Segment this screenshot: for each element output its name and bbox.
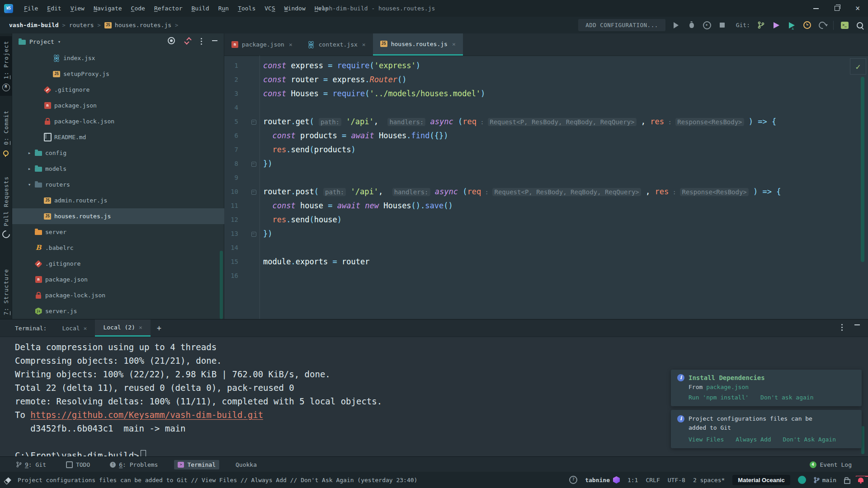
- tool-button-quokka[interactable]: Quokka: [232, 460, 260, 469]
- hide-terminal-icon[interactable]: [854, 324, 860, 325]
- tree-item-server[interactable]: server: [12, 224, 245, 240]
- run-button[interactable]: [672, 21, 681, 30]
- tree-item-admin-router-js[interactable]: JSadmin.router.js: [12, 192, 255, 208]
- menu-view[interactable]: View: [66, 0, 89, 17]
- tab-houses-routes-js[interactable]: JShouses.routes.js×: [373, 33, 463, 56]
- commit-push-button[interactable]: [787, 21, 796, 30]
- notifications-bell-icon[interactable]: [858, 478, 863, 482]
- tree-item-package-json[interactable]: npackage.json: [12, 272, 245, 287]
- restore-button[interactable]: [826, 0, 847, 17]
- tree-item--gitignore[interactable]: .gitignore: [12, 256, 245, 272]
- tree-item-package-lock-json[interactable]: package-lock.json: [12, 287, 245, 303]
- menu-file[interactable]: File: [19, 0, 42, 17]
- notification-action-link[interactable]: Always Add: [736, 436, 771, 443]
- editor-area[interactable]: npackage.json×context.jsx×JShouses.route…: [224, 33, 868, 319]
- write-access-lock-icon[interactable]: [844, 479, 850, 484]
- line-separator[interactable]: CRLF: [646, 477, 660, 483]
- local-history-button[interactable]: [802, 21, 811, 30]
- terminal-options-icon[interactable]: [841, 324, 843, 325]
- fold-marker-icon[interactable]: [251, 190, 256, 195]
- tree-item-server-js[interactable]: jsserver.js: [12, 303, 245, 319]
- tool-button-todo[interactable]: TODO: [62, 460, 94, 469]
- caret-position[interactable]: 1:1: [627, 477, 638, 483]
- terminal-tab-local-2-[interactable]: Local (2)×: [95, 319, 150, 337]
- tree-item-package-json[interactable]: npackage.json: [12, 98, 255, 113]
- editor-scrollbar[interactable]: [861, 77, 864, 262]
- fold-marker-icon[interactable]: [251, 162, 256, 167]
- tree-item--gitignore[interactable]: .gitignore: [12, 82, 255, 98]
- tree-item-readme-md[interactable]: README.md: [12, 129, 255, 145]
- indent-style[interactable]: 2 spaces*: [693, 477, 725, 483]
- menu-tools[interactable]: Tools: [233, 0, 260, 17]
- git-branch-widget[interactable]: main: [814, 477, 836, 483]
- search-everywhere-button[interactable]: [855, 21, 864, 30]
- menu-window[interactable]: Window: [280, 0, 310, 17]
- tool-button-9-git[interactable]: 9: Git: [13, 460, 50, 469]
- material-theme-dot-icon[interactable]: [798, 476, 806, 484]
- close-tab-icon[interactable]: ×: [452, 41, 456, 47]
- tab-context-jsx[interactable]: context.jsx×: [300, 33, 373, 56]
- tree-item--babelrc[interactable]: B.babelrc: [12, 240, 245, 256]
- sidebar-item-0-commit[interactable]: 0: Commit: [0, 106, 12, 162]
- ide-help-icon[interactable]: ?: [569, 476, 577, 484]
- remote-url-link[interactable]: https://github.com/Keysamm/vash-dim-buil…: [30, 410, 263, 420]
- event-log-button[interactable]: 4 Event Log: [810, 461, 852, 468]
- close-tab-icon[interactable]: ×: [289, 41, 292, 48]
- project-scrollbar[interactable]: [220, 251, 223, 319]
- update-project-button[interactable]: [772, 21, 781, 30]
- run-with-coverage-button[interactable]: ▶: [703, 21, 712, 30]
- terminal-scrollbar[interactable]: [861, 426, 864, 454]
- tree-item-models[interactable]: ▸models: [12, 161, 236, 177]
- sidebar-item-1-project[interactable]: 1: ProjectM: [0, 36, 12, 96]
- locate-file-icon[interactable]: [168, 37, 175, 44]
- tree-item-package-lock-json[interactable]: package-lock.json: [12, 113, 255, 129]
- menu-refactor[interactable]: Refactor: [150, 0, 187, 17]
- close-tab-icon[interactable]: ×: [362, 41, 366, 48]
- add-configuration-button[interactable]: ADD CONFIGURATION...: [578, 19, 665, 31]
- notification-action-link[interactable]: View Files: [689, 436, 724, 443]
- close-tab-icon[interactable]: ×: [139, 324, 142, 331]
- sidebar-item-pull-requests[interactable]: Pull Requests: [0, 172, 12, 243]
- tabnine-widget[interactable]: tabnine: [585, 476, 620, 483]
- git-branch-button[interactable]: [756, 21, 765, 30]
- debug-button[interactable]: [687, 21, 696, 30]
- project-panel-header[interactable]: Project ▾: [12, 33, 224, 50]
- theme-widget[interactable]: Material Oceanic: [732, 475, 790, 485]
- tool-button-terminal[interactable]: >Terminal: [174, 460, 219, 469]
- tree-item-routers[interactable]: ▾routers: [12, 177, 236, 192]
- menu-vcs[interactable]: VCS: [260, 0, 279, 17]
- notification-action-link[interactable]: Don't ask again: [760, 394, 813, 401]
- breadcrumb-item[interactable]: houses.routes.js: [115, 22, 171, 28]
- minimize-button[interactable]: [806, 0, 826, 17]
- menu-run[interactable]: Run: [214, 0, 233, 17]
- notification-action-link[interactable]: Run 'npm install': [689, 394, 749, 401]
- fold-marker-icon[interactable]: [251, 120, 256, 125]
- close-button[interactable]: ×: [847, 0, 868, 17]
- stop-button[interactable]: [718, 21, 727, 30]
- hide-panel-icon[interactable]: [212, 40, 217, 41]
- collapse-all-icon[interactable]: [185, 38, 191, 44]
- menu-code[interactable]: Code: [127, 0, 150, 17]
- tree-item-houses-routes-js[interactable]: JShouses.routes.js: [12, 208, 255, 224]
- panel-options-icon[interactable]: [201, 38, 202, 39]
- chevron-right-icon[interactable]: ▸: [25, 166, 34, 172]
- package-json-link[interactable]: package.json: [706, 384, 749, 390]
- terminal-tab-local[interactable]: Local×: [54, 319, 95, 337]
- chevron-down-icon[interactable]: ▾: [25, 182, 34, 188]
- notification-action-link[interactable]: Don't Ask Again: [783, 436, 836, 443]
- new-terminal-button[interactable]: +: [157, 324, 161, 333]
- menu-edit[interactable]: Edit: [42, 0, 66, 17]
- file-encoding[interactable]: UTF-8: [668, 477, 685, 483]
- chevron-right-icon[interactable]: ▸: [25, 150, 34, 156]
- inspections-ok-indicator[interactable]: ✓: [850, 58, 866, 75]
- breadcrumb-item[interactable]: vash-dim-build: [9, 22, 59, 28]
- tab-package-json[interactable]: npackage.json×: [224, 33, 300, 56]
- close-tab-icon[interactable]: ×: [84, 325, 87, 332]
- tool-button-6-problems[interactable]: !6: Problems: [106, 460, 161, 469]
- terminal-toolbar-button[interactable]: >_: [840, 21, 849, 30]
- fold-marker-icon[interactable]: [251, 232, 256, 237]
- menu-navigate[interactable]: Navigate: [89, 0, 127, 17]
- menu-build[interactable]: Build: [187, 0, 214, 17]
- rollback-button[interactable]: [818, 21, 827, 30]
- status-message[interactable]: Project configurations files can be adde…: [18, 477, 417, 483]
